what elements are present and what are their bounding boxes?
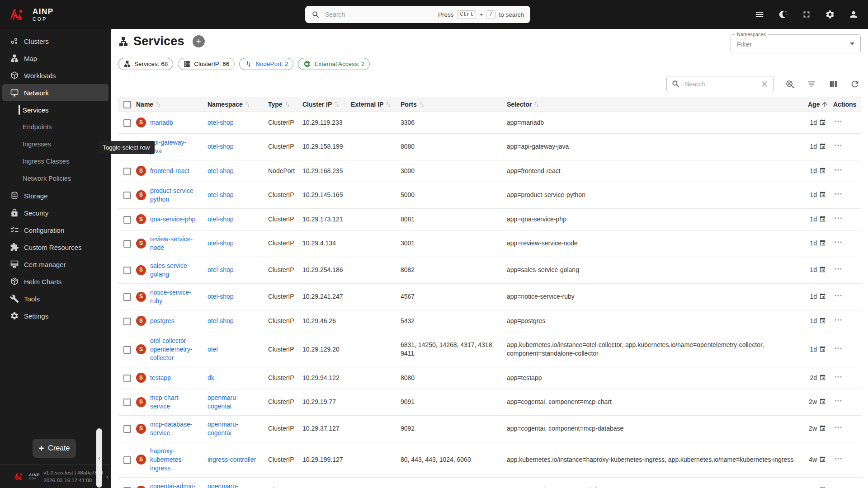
account-button[interactable] <box>844 5 863 23</box>
sidebar-item-network-policies[interactable]: Network Policies <box>0 170 111 187</box>
chip-services[interactable]: Services: 68 <box>118 58 173 70</box>
row-checkbox[interactable] <box>123 293 131 301</box>
chevron-left-icon[interactable]: ‹ <box>107 473 110 480</box>
more-actions-icon[interactable] <box>833 291 843 300</box>
service-name-link[interactable]: frontend-react <box>150 167 189 175</box>
more-actions-icon[interactable] <box>833 315 843 325</box>
chip-clusterip[interactable]: ClusterIP: 66 <box>178 58 235 70</box>
row-checkbox[interactable] <box>123 399 131 406</box>
namespace-link[interactable]: otel-shop <box>208 143 234 150</box>
namespace-link[interactable]: openmaru-cogentai <box>208 483 238 488</box>
service-name-link[interactable]: review-service-node <box>150 235 196 252</box>
more-actions-icon[interactable] <box>833 264 843 274</box>
service-name-link[interactable]: mcp-chart-service <box>150 394 196 411</box>
service-name-link[interactable]: haproxy-kubernetes-ingress <box>150 447 196 473</box>
table-search[interactable] <box>666 76 774 92</box>
sidebar-item-ingress-classes[interactable]: Ingress Classes <box>0 153 111 170</box>
row-checkbox[interactable] <box>123 425 131 433</box>
namespace-link[interactable]: otel-shop <box>208 167 234 174</box>
sidebar-item-storage[interactable]: Storage <box>2 187 108 204</box>
column-header-external-ip[interactable]: External IP <box>351 97 401 112</box>
namespace-link[interactable]: otel-shop <box>208 317 234 324</box>
sidebar-item-tools[interactable]: Tools <box>2 290 108 307</box>
fullscreen-button[interactable] <box>797 5 816 23</box>
sidebar-item-network[interactable]: Network <box>2 84 108 101</box>
dark-mode-button[interactable] <box>774 5 792 23</box>
more-actions-icon[interactable] <box>833 484 843 488</box>
namespace-link[interactable]: openmaru-cogentai <box>208 394 238 410</box>
service-name-link[interactable]: sales-service-golang <box>150 262 196 279</box>
create-button[interactable]: + Create <box>33 439 76 458</box>
search-off-button[interactable] <box>785 79 796 89</box>
more-actions-icon[interactable] <box>833 165 843 175</box>
service-name-link[interactable]: mcp-database-service <box>150 420 196 437</box>
columns-button[interactable] <box>828 79 839 89</box>
namespace-link[interactable]: ingress-controller <box>208 456 256 463</box>
column-header-namespace[interactable]: Namespace <box>208 97 268 112</box>
row-checkbox[interactable] <box>123 216 131 224</box>
service-name-link[interactable]: notice-service-ruby <box>150 288 196 305</box>
sidebar-item-cert-manager[interactable]: Cert-manager <box>2 256 108 273</box>
filter-button[interactable] <box>807 79 817 89</box>
clear-search-icon[interactable] <box>760 80 769 89</box>
service-name-link[interactable]: qna-service-php <box>150 215 195 224</box>
more-actions-icon[interactable] <box>833 396 843 406</box>
sidebar-item-security[interactable]: Security <box>2 204 108 221</box>
sidebar-item-configuration[interactable]: Configuration <box>2 221 108 239</box>
sidebar-item-ingresses[interactable]: Ingresses <box>0 136 111 153</box>
global-search-input[interactable] <box>324 10 434 19</box>
chip-nodeport[interactable]: NodePort: 2 <box>239 58 293 70</box>
namespace-link[interactable]: openmaru-cogentai <box>208 421 238 436</box>
table-search-input[interactable] <box>684 80 756 88</box>
namespace-link[interactable]: otel <box>208 346 218 353</box>
more-actions-icon[interactable] <box>833 454 843 464</box>
sidebar-item-custom-resources[interactable]: Custom Resources <box>2 239 108 256</box>
more-actions-icon[interactable] <box>833 189 843 199</box>
more-actions-icon[interactable] <box>833 117 843 127</box>
add-service-button[interactable]: + <box>193 35 205 47</box>
sidebar-item-clusters[interactable]: Clusters <box>2 33 108 50</box>
service-name-link[interactable]: api-gateway-java <box>150 138 196 155</box>
row-checkbox[interactable] <box>123 456 131 464</box>
namespace-link[interactable]: otel-shop <box>208 191 234 198</box>
namespace-link[interactable]: otel-shop <box>208 266 234 273</box>
chip-external-access[interactable]: External Access: 2 <box>298 58 370 70</box>
column-header-name[interactable]: Name <box>136 97 208 112</box>
more-actions-icon[interactable] <box>833 343 843 353</box>
service-name-link[interactable]: otel-collector-opentelemetry-collector <box>150 337 196 362</box>
column-header-selector[interactable]: Selector <box>507 97 808 112</box>
namespace-link[interactable]: dk <box>208 374 214 381</box>
namespace-link[interactable]: otel-shop <box>208 216 234 223</box>
row-checkbox[interactable] <box>123 192 131 199</box>
menu-button[interactable] <box>750 5 769 23</box>
more-actions-icon[interactable] <box>833 237 843 247</box>
sidebar-collapse-handle[interactable]: ‹ <box>96 428 102 488</box>
sidebar-item-workloads[interactable]: Workloads <box>2 67 108 84</box>
row-checkbox[interactable] <box>123 267 131 274</box>
refresh-button[interactable] <box>850 79 861 89</box>
more-actions-icon[interactable] <box>833 141 843 150</box>
sidebar-item-helm-charts[interactable]: Helm Charts <box>2 273 108 290</box>
column-header-cluster-ip[interactable]: Cluster IP <box>302 97 351 112</box>
service-name-link[interactable]: postgres <box>150 317 175 325</box>
row-checkbox[interactable] <box>123 168 131 175</box>
service-name-link[interactable]: mariadb <box>150 118 173 127</box>
sidebar-item-map[interactable]: Map <box>2 50 108 67</box>
sidebar-item-services[interactable]: Services <box>0 101 111 118</box>
more-actions-icon[interactable] <box>833 422 843 432</box>
app-logo[interactable]: AINP COP <box>0 8 111 22</box>
namespaces-filter[interactable]: Namespaces Filter <box>731 34 861 53</box>
service-name-link[interactable]: cogentai-admin-service <box>150 482 196 488</box>
row-checkbox[interactable] <box>123 318 131 325</box>
namespace-link[interactable]: otel-shop <box>208 239 234 247</box>
column-header-age[interactable]: Age <box>808 97 833 112</box>
namespace-link[interactable]: otel-shop <box>208 293 234 300</box>
settings-button[interactable] <box>821 5 839 23</box>
more-actions-icon[interactable] <box>833 213 843 223</box>
row-checkbox[interactable] <box>123 346 131 354</box>
service-name-link[interactable]: testapp <box>150 374 171 382</box>
column-header-ports[interactable]: Ports <box>401 97 507 112</box>
namespace-link[interactable]: otel-shop <box>208 119 234 126</box>
global-search[interactable]: Press Ctrl + / to search <box>305 6 530 23</box>
service-name-link[interactable]: product-service-python <box>150 187 196 204</box>
